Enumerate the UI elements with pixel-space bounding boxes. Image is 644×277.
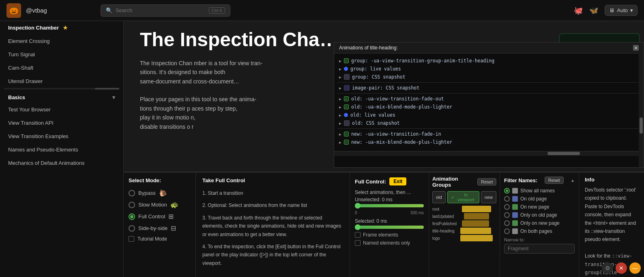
timeline-thumb[interactable] <box>355 203 361 209</box>
timeline-start: 0 <box>355 211 357 215</box>
devtools-row-old-3[interactable]: ▶ old: live values <box>337 111 640 119</box>
select-anim-label: Select animations, then ... <box>355 190 424 195</box>
filter-label: Show all names <box>520 188 555 194</box>
filter-scroll-up[interactable]: ▲ <box>571 178 575 183</box>
search-bar[interactable]: 🔍 Ctrl K <box>101 4 230 17</box>
search-input[interactable] <box>116 7 206 13</box>
sidebar-item-view-transition-examples[interactable]: View Transition Examples <box>0 130 123 143</box>
anim-row-title-heading[interactable]: title-heading <box>432 228 496 234</box>
sidebar-item-view-transition-api[interactable]: View Transition API <box>0 116 123 130</box>
filter-on-old-page[interactable]: On old page <box>504 196 575 202</box>
panel-select-mode: Select Mode: Bypass 🐌 Slow Motion 🐢 Full… <box>124 173 196 277</box>
topbar-right: 🐙 🦋 🖥 Auto ▾ <box>574 5 638 16</box>
devtools-row-old-4[interactable]: ▶ old: CSS snapshot <box>337 119 640 127</box>
checkbox-box <box>129 236 134 242</box>
devtools-row-old-1[interactable]: ▶ ✓ old: -ua-view-transition-fade-out <box>337 95 640 103</box>
radio-circle <box>129 225 135 232</box>
checkbox-icon[interactable]: ✓ <box>344 132 349 136</box>
auto-label: Auto <box>617 7 628 13</box>
devtools-row-new-1[interactable]: ▶ ✓ new: -ua-view-transition-fade-in <box>337 130 640 138</box>
tutorial-mode-checkbox[interactable]: Tutorial Mode <box>129 236 191 242</box>
narrow-input[interactable] <box>504 244 575 254</box>
sidebar-item-label: Test Your Browser <box>8 107 51 113</box>
sidebar-item-mechanics[interactable]: Mechanics of Default Animations <box>0 156 123 170</box>
devtools-close-button[interactable]: ✕ <box>633 45 639 51</box>
filter-show-all[interactable]: Show all names <box>504 188 575 194</box>
filter-radio <box>504 228 510 234</box>
sidebar-item-label: Names and Pseudo-Elements <box>8 147 78 153</box>
settings-toggle-button[interactable]: ⚙ <box>602 262 613 274</box>
in-viewport-toggle[interactable]: ✓ in viewport <box>447 191 479 203</box>
github-icon[interactable]: 🐙 <box>574 6 583 15</box>
devtools-row-0[interactable]: ▶ ✓ group: -ua-view-transition-group-ani… <box>337 57 640 65</box>
devtools-scrollbar[interactable] <box>639 43 644 167</box>
devtools-row-old-2[interactable]: ▶ ✓ old: -ua-mix-blend-mode-plus-lighter <box>337 103 640 111</box>
devtools-row-1[interactable]: ▶ group: live values <box>337 65 640 73</box>
panel-animation-groups: Animation Groups Reset old ✓ in viewport… <box>429 173 500 277</box>
sidebar-item-test-browser[interactable]: Test Your Browser <box>0 103 123 116</box>
butterfly-icon[interactable]: 🦋 <box>589 6 598 15</box>
devtools-hscrollbar[interactable] <box>334 151 639 156</box>
filter-only-old-page[interactable]: Only on old page <box>504 212 575 218</box>
sidebar-item-cam-shaft[interactable]: Cam-Shaft <box>0 61 123 75</box>
filter-on-both-pages[interactable]: On both pages <box>504 228 575 234</box>
anim-row-lastUpdated[interactable]: lastUpdated <box>432 213 496 219</box>
filter-reset-button[interactable]: Reset <box>545 177 564 184</box>
anim-groups-title: Animation Groups <box>432 176 477 188</box>
devtools-row-text: new: -ua-view-transition-fade-in <box>351 131 441 137</box>
sidebar-item-element-crossing[interactable]: Element Crossing <box>0 34 123 48</box>
filter-label: Only on new page <box>520 220 560 226</box>
selected-timeline-thumb[interactable] <box>355 224 361 230</box>
anim-row-label: firstPublished <box>432 222 459 226</box>
sidebar-item-turn-signal[interactable]: Turn Signal <box>0 48 123 61</box>
anim-row-firstPublished[interactable]: firstPublished <box>432 220 496 227</box>
auto-button[interactable]: 🖥 Auto ▾ <box>605 5 638 16</box>
sidebar-item-utensil-drawer[interactable]: Utensil Drawer <box>0 75 123 88</box>
selected-label: Selected: 0 ms <box>355 218 424 224</box>
slow-motion-radio[interactable]: Slow Motion 🐢 <box>129 201 191 209</box>
checkbox-icon[interactable]: ✓ <box>344 140 349 145</box>
named-elements-checkbox[interactable]: Named elements only <box>355 240 424 246</box>
expand-icon: ▶ <box>339 121 341 126</box>
full-control-radio[interactable]: Full Control ⊞ <box>129 213 191 220</box>
devtools-row-new-2[interactable]: ▶ ✓ new: -ua-mix-blend-mode-plus-lighter <box>337 138 640 146</box>
filter-on-new-page[interactable]: On new page <box>504 204 575 210</box>
close-toggle-button[interactable]: ✕ <box>616 262 627 274</box>
checkbox-icon[interactable]: ✓ <box>344 104 349 109</box>
devtools-row-2[interactable]: ▶ group: CSS snapshot <box>337 73 640 81</box>
selected-timeline[interactable] <box>355 226 424 229</box>
anim-bar <box>460 235 493 241</box>
devtools-title: Animations of title-heading: <box>339 45 398 51</box>
sidebar-item-inspection-chamber[interactable]: Inspection Chamber ★ <box>0 21 123 34</box>
devtools-row-3[interactable]: ▶ image-pair: CSS snapshot <box>337 84 640 92</box>
filter-only-new-page[interactable]: Only on new page <box>504 220 575 226</box>
anim-row-logo[interactable]: logo <box>432 235 496 241</box>
checkbox-icon[interactable]: ✓ <box>344 58 349 63</box>
timeline-fill <box>355 204 424 207</box>
side-by-side-radio[interactable]: Side-by-side ⊟ <box>129 224 191 232</box>
frame-elements-checkbox[interactable]: Frame elements <box>355 232 424 238</box>
sidebar-item-names-pseudo[interactable]: Names and Pseudo-Elements <box>0 143 123 156</box>
devtools-hscrollbar-thumb[interactable] <box>547 152 580 155</box>
devtools-scrollbar-thumb[interactable] <box>640 117 643 134</box>
step-4: 4. To end the inspection, click the [Exi… <box>202 243 343 267</box>
old-new-toggle: old ✓ in viewport new <box>432 191 496 203</box>
unselected-timeline[interactable] <box>355 204 424 207</box>
anim-row-root[interactable]: root <box>432 206 496 212</box>
new-toggle-button[interactable]: new <box>481 191 496 203</box>
radio-circle-active <box>129 213 135 220</box>
reset-button[interactable]: Reset <box>477 178 496 185</box>
checkbox-icon[interactable]: ✓ <box>344 96 349 101</box>
separator <box>337 82 640 83</box>
bypass-radio[interactable]: Bypass 🐌 <box>129 189 191 197</box>
exit-button[interactable]: Exit <box>389 177 406 185</box>
sidebar-section-basics[interactable]: Basics ▾ <box>0 89 123 103</box>
devtools-row-text: new: -ua-mix-blend-mode-plus-lighter <box>351 139 452 145</box>
panel-filter-names: Filter Names: Reset ▲ Show all names On … <box>500 173 579 277</box>
old-toggle-button[interactable]: old <box>432 191 446 203</box>
filter-color <box>512 196 518 202</box>
minimize-toggle-button[interactable]: — <box>629 262 641 274</box>
slow-motion-label: Slow Motion <box>138 202 167 208</box>
basics-label: Basics <box>8 94 25 100</box>
bypass-label: Bypass <box>138 190 156 196</box>
